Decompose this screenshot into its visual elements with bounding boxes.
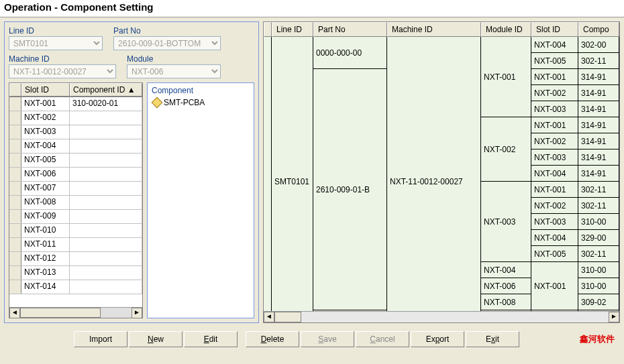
table-row[interactable]: NXT-002 [9, 111, 142, 125]
cell-slot-id: NXT-004 [531, 230, 578, 246]
scroll-thumb[interactable] [274, 312, 301, 322]
machine-id-select[interactable]: NXT-11-0012-00027 [9, 64, 116, 78]
component-node[interactable]: SMT-PCBA [149, 97, 252, 109]
cell-component-id: 314-91 [578, 310, 619, 311]
sort-indicator: ▲ [127, 85, 136, 95]
cell-component-id: 314-91 [578, 133, 619, 149]
cell-machine-id: NXT-11-0012-00027 [387, 37, 481, 311]
col-slot-id[interactable]: Slot ID [531, 22, 578, 37]
scroll-right-icon[interactable]: ► [132, 308, 142, 318]
import-button[interactable]: Import [74, 331, 127, 347]
table-row[interactable]: NXT-010 [9, 224, 142, 238]
cell-part-no: 2610-009-01-T [313, 310, 387, 311]
cell-component-id: 302-00 [578, 37, 619, 53]
scroll-left-icon[interactable]: ◄ [9, 308, 20, 318]
col-line-id[interactable]: Line ID [272, 22, 313, 37]
scroll-left-icon[interactable]: ◄ [264, 312, 274, 322]
table-row[interactable]: NXT-006 [9, 168, 142, 182]
cell-slot-id: NXT-001 [531, 117, 578, 133]
cell-module-id: NXT-001 [481, 37, 531, 117]
table-row[interactable]: NXT-014 [9, 280, 142, 294]
cell-slot-id: NXT-002 [531, 85, 578, 101]
table-row[interactable]: NXT-009 [9, 210, 142, 224]
cell-part-no: 2610-009-01-B [313, 69, 387, 310]
cell-component-id: 302-11 [578, 198, 619, 214]
cell-module-id: NXT-004 [481, 262, 531, 278]
delete-button[interactable]: Delete [246, 331, 299, 347]
table-row[interactable]: NXT-008 [9, 196, 142, 210]
slot-row-selector-header [9, 83, 21, 97]
cancel-button: Cancel [356, 331, 409, 347]
cell-component-id: 302-11 [578, 246, 619, 262]
edit-button[interactable]: Edit [184, 331, 238, 347]
table-row[interactable]: NXT-003 [9, 125, 142, 139]
table-row[interactable]: NXT-013 [9, 266, 142, 280]
cell-slot-id: NXT-003 [531, 149, 578, 166]
col-part-no[interactable]: Part No [313, 22, 387, 37]
slot-hscroll[interactable]: ◄ ► [9, 307, 142, 318]
exit-button[interactable]: Exit [466, 331, 519, 347]
col-component-id[interactable]: Compo [578, 22, 619, 37]
cell-component-id: 314-91 [578, 101, 619, 117]
slot-id-header[interactable]: Slot ID [21, 83, 70, 97]
cell-slot-id: NXT-001 [531, 182, 578, 198]
line-id-label: Line ID [9, 26, 103, 36]
export-button[interactable]: Export [411, 331, 464, 347]
col-machine-id[interactable]: Machine ID [387, 22, 481, 37]
part-no-select[interactable]: 2610-009-01-BOTTOM [113, 36, 221, 50]
component-node-label: SMT-PCBA [164, 98, 205, 107]
part-no-label: Part No [113, 26, 221, 36]
cell-slot-id: NXT-003 [531, 101, 578, 117]
button-bar: Import New Edit Delete Save Cancel Expor… [0, 327, 624, 354]
component-tree: Component SMT-PCBA [147, 82, 254, 318]
table-row[interactable]: NXT-001310-0020-01 [9, 97, 142, 111]
grid-corner [264, 22, 272, 37]
table-row[interactable]: NXT-011 [9, 238, 142, 252]
table-row[interactable]: NXT-007 [9, 182, 142, 196]
cell-component-id: 310-00 [578, 262, 619, 278]
cell-component-id: 314-91 [578, 149, 619, 166]
slot-table[interactable]: Slot ID Component ID ▲ NXT-001310-0020-0… [9, 82, 143, 318]
table-row[interactable]: NXT-012 [9, 252, 142, 266]
scroll-right-icon[interactable]: ► [609, 312, 619, 322]
new-button[interactable]: New [129, 331, 183, 347]
cell-component-id: 310-00 [578, 278, 619, 294]
cell-module-id: NXT-001 [481, 310, 531, 311]
scroll-thumb[interactable] [20, 308, 101, 318]
cell-slot-id: NXT-002 [531, 198, 578, 214]
cell-component-id: 314-91 [578, 117, 619, 133]
cell-slot-id: NXT-010 [531, 310, 578, 311]
filter-panel: Line ID SMT0101 Part No 2610-009-01-BOTT… [4, 21, 259, 323]
cell-component-id: 329-00 [578, 230, 619, 246]
cell-part-no: 0000-000-00 [313, 37, 387, 69]
cell-slot-id: NXT-001 [531, 262, 578, 310]
cell-slot-id: NXT-005 [531, 246, 578, 262]
cell-slot-id: NXT-004 [531, 37, 578, 53]
main-grid[interactable]: Line ID Part No Machine ID Module ID Slo… [263, 21, 620, 323]
cell-component-id: 314-91 [578, 69, 619, 85]
window-title: Operation - Component Setting [0, 0, 624, 17]
cell-slot-id: NXT-002 [531, 133, 578, 149]
cell-slot-id: NXT-005 [531, 53, 578, 69]
cell-module-id: NXT-003 [481, 182, 531, 262]
machine-id-label: Machine ID [9, 54, 116, 64]
component-id-header[interactable]: Component ID ▲ [70, 83, 142, 97]
component-tree-header: Component [149, 84, 252, 97]
cell-component-id: 309-02 [578, 294, 619, 310]
table-row[interactable]: NXT-005 [9, 154, 142, 168]
col-module-id[interactable]: Module ID [481, 22, 531, 37]
table-row[interactable]: NXT-004 [9, 139, 142, 154]
cell-slot-id: NXT-001 [531, 69, 578, 85]
cell-component-id: 314-91 [578, 166, 619, 182]
cell-component-id: 302-11 [578, 182, 619, 198]
cell-slot-id: NXT-003 [531, 214, 578, 230]
module-select[interactable]: NXT-006 [127, 64, 221, 78]
cell-component-id: 302-11 [578, 53, 619, 69]
cell-module-id: NXT-002 [481, 117, 531, 182]
cell-component-id: 310-00 [578, 214, 619, 230]
grid-hscroll[interactable]: ◄ ► [264, 311, 619, 322]
cell-module-id: NXT-006 [481, 278, 531, 294]
line-id-select[interactable]: SMT0101 [9, 36, 103, 50]
cell-line-id: SMT0101 [272, 37, 313, 311]
save-button: Save [301, 331, 354, 347]
